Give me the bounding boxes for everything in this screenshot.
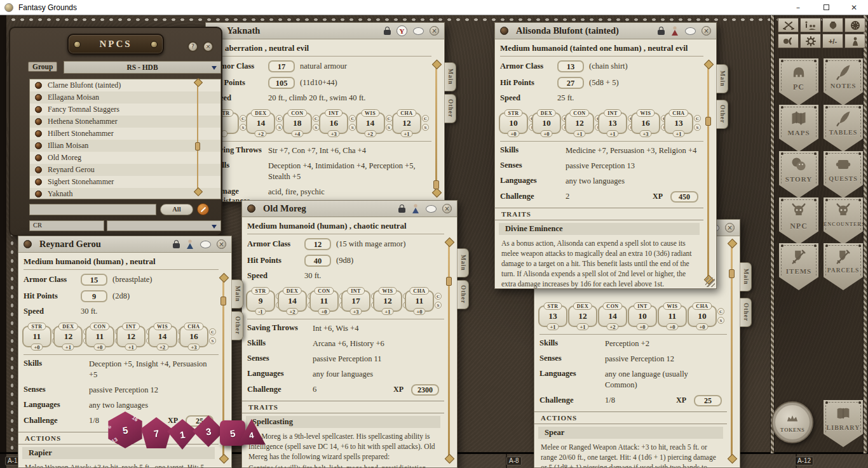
save-roll-button[interactable]: S <box>717 317 724 324</box>
scrollbar-slider[interactable] <box>729 269 735 278</box>
ability-dex[interactable]: DEX14+2CS <box>278 290 307 312</box>
sidebar-button-quests[interactable]: QUESTS <box>824 151 863 198</box>
check-roll-button[interactable]: C <box>349 115 356 122</box>
help-knob-button[interactable]: ? <box>187 41 198 52</box>
action-name[interactable]: Rapier <box>22 447 215 459</box>
list-scrollbar-slider[interactable] <box>195 142 200 150</box>
window-header[interactable]: Reynard Gerou × <box>18 236 231 253</box>
check-roll-button[interactable]: C <box>276 115 283 122</box>
window-knob-icon[interactable] <box>247 204 255 213</box>
toolbar-settings-gear-button[interactable] <box>800 34 821 48</box>
toolbar-modifiers-button[interactable]: +/- <box>822 34 843 48</box>
ability-con[interactable]: CON14+2CS <box>598 305 627 327</box>
save-roll-button[interactable]: S <box>276 124 283 131</box>
ability-con[interactable]: CON11+0CS <box>85 326 114 347</box>
check-roll-button[interactable]: C <box>240 115 247 122</box>
sidebar-button-tokens[interactable]: TOKENS <box>771 401 813 443</box>
hp-value[interactable]: 40 <box>304 255 331 267</box>
hp-value[interactable]: 9 <box>81 290 107 302</box>
close-button[interactable]: × <box>442 204 452 213</box>
cr-filter-value[interactable] <box>107 220 221 231</box>
close-button[interactable]: × <box>725 223 735 232</box>
npc-list-item[interactable]: Yaknath <box>30 188 220 199</box>
npc-list-item[interactable]: Old Moreg <box>30 152 220 164</box>
trait-name[interactable]: Spellcasting <box>246 416 440 428</box>
lock-icon[interactable] <box>384 30 391 35</box>
ability-cha[interactable]: CHA11+0CS <box>405 290 434 312</box>
ability-str[interactable]: STR11+0CS <box>22 326 51 347</box>
ability-wis[interactable]: WIS11+0CS <box>658 305 687 327</box>
hotkey-slot-label[interactable]: A-8 <box>506 457 522 465</box>
ability-dex[interactable]: DEX14+2CS <box>246 112 275 134</box>
ability-dex[interactable]: DEX12+1CS <box>568 305 597 327</box>
lock-icon[interactable] <box>173 243 180 248</box>
ability-str[interactable]: STR13+1CS <box>538 305 567 327</box>
toolbar-dice-wheel-button[interactable] <box>844 18 865 32</box>
ability-cha[interactable]: CHA13+1CS <box>664 112 693 134</box>
sidebar-button-notes[interactable]: NOTES <box>824 58 863 105</box>
sidebar-button-pc[interactable]: PC <box>779 58 818 105</box>
save-roll-button[interactable]: S <box>694 124 701 131</box>
sidebar-button-parcels[interactable]: PARCELS <box>824 243 863 290</box>
check-roll-button[interactable]: C <box>313 115 320 122</box>
window-header[interactable]: Yaknath Y × <box>206 23 444 39</box>
scrollbar-slider[interactable] <box>705 117 711 126</box>
ac-value[interactable]: 12 <box>304 238 331 250</box>
check-roll-button[interactable]: C <box>386 115 393 122</box>
npc-list-item[interactable]: Hilbert Stonehammer <box>30 128 220 140</box>
save-roll-button[interactable]: S <box>313 124 320 131</box>
toolbar-party-info-button[interactable] <box>800 18 821 32</box>
cr-filter-field[interactable]: CR <box>29 220 104 231</box>
npc-list-item[interactable]: Illian Moisan <box>30 140 220 152</box>
toolbar-character-button[interactable] <box>844 34 865 48</box>
ac-value[interactable]: 13 <box>557 60 584 72</box>
tab-other[interactable]: Other <box>457 280 469 309</box>
search-input[interactable] <box>29 204 156 215</box>
sidebar-button-items[interactable]: ITEMS <box>779 243 818 290</box>
minimize-button[interactable]: – <box>784 0 812 15</box>
tab-other[interactable]: Other <box>444 94 456 123</box>
tab-other[interactable]: Other <box>716 100 728 129</box>
ability-int[interactable]: INT17+3CS <box>341 290 370 312</box>
save-roll-button[interactable]: S <box>349 124 356 131</box>
sidebar-button-tables[interactable]: TABLES <box>824 105 863 152</box>
ability-str[interactable]: STR10+0CS <box>499 112 528 134</box>
token-figure-icon[interactable] <box>670 26 679 36</box>
scrollbar-rope[interactable] <box>707 66 709 278</box>
hotkey-slot-label[interactable]: A-12 <box>795 457 813 465</box>
ac-value[interactable]: 15 <box>81 274 107 286</box>
xp-value[interactable]: 2300 <box>411 384 439 396</box>
ability-dex[interactable]: DEX12+1CS <box>53 326 83 347</box>
ability-wis[interactable]: WIS16+3CS <box>631 112 660 134</box>
tab-other[interactable]: Other <box>231 311 243 340</box>
os-titlebar[interactable]: Fantasy Grounds – ✕ <box>0 0 868 15</box>
sidebar-button-story[interactable]: STORY <box>779 151 818 198</box>
ability-con[interactable]: CON18+4CS <box>283 112 312 134</box>
save-roll-button[interactable]: S <box>386 124 393 131</box>
ability-int[interactable]: INT13+1CS <box>598 112 627 134</box>
check-roll-button[interactable]: C <box>694 115 701 122</box>
ability-wis[interactable]: WIS14+2CS <box>148 326 177 347</box>
sidebar-button-maps[interactable]: MAPS <box>779 105 818 152</box>
sidebar-button-encounters[interactable]: ENCOUNTERS <box>824 197 863 244</box>
lock-icon[interactable] <box>398 208 405 213</box>
edit-list-button[interactable] <box>197 203 209 215</box>
check-roll-button[interactable]: C <box>717 308 724 315</box>
save-roll-button[interactable]: S <box>240 124 247 131</box>
ability-cha[interactable]: CHA16+3CS <box>179 326 208 347</box>
save-roll-button[interactable]: S <box>435 302 442 309</box>
trait-name[interactable]: Divine Eminence <box>499 223 700 235</box>
ability-con[interactable]: CON12+1CS <box>565 112 594 134</box>
tab-main[interactable]: Main <box>716 64 728 93</box>
npc-list-item[interactable]: Sigbert Stonehammer <box>30 176 220 188</box>
hp-value[interactable]: 105 <box>268 77 295 89</box>
xp-value[interactable]: 25 <box>694 395 722 406</box>
window-knob-icon[interactable] <box>24 240 32 248</box>
maximize-button[interactable] <box>812 0 840 15</box>
ability-dex[interactable]: DEX10+0CS <box>532 112 561 134</box>
npcs-window-title-plaque[interactable]: NPCS <box>67 34 164 55</box>
save-roll-button[interactable]: S <box>209 337 216 344</box>
close-knob-button[interactable]: × <box>203 41 214 52</box>
group-dropdown[interactable]: RS - HDB <box>64 61 221 74</box>
scrollbar-rope[interactable] <box>435 66 437 191</box>
